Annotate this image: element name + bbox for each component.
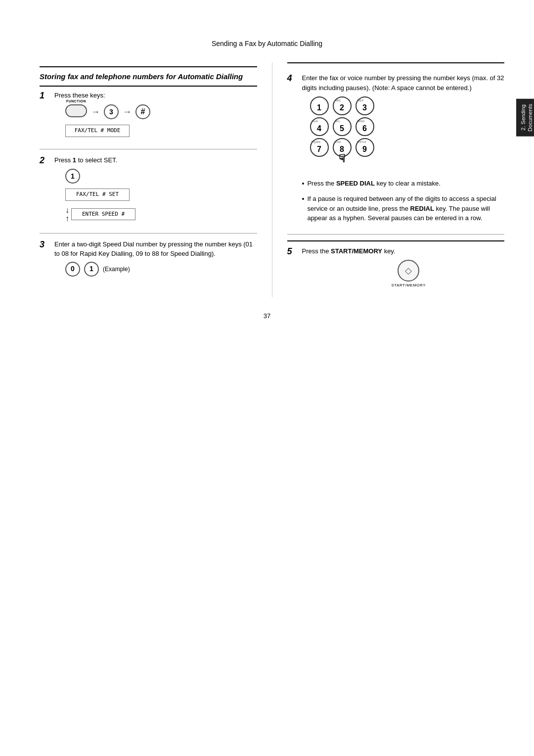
step-2-text-bold: 1	[73, 156, 76, 164]
numpad-key-7: PQRS 7	[310, 138, 329, 157]
lcd-step1: FAX/TEL # MODE	[65, 125, 130, 137]
arrow-2: →	[123, 105, 132, 119]
divider-right	[287, 234, 505, 235]
step-1-content: Press these keys: FUNCTION → 3	[54, 91, 257, 143]
sub-tuv: TUV	[335, 140, 342, 144]
numpad-diagram: 1 ABC 2 DEF 3	[302, 93, 374, 161]
step-3: 3 Enter a two-digit Speed Dial number by…	[40, 239, 257, 277]
step-2-number: 2	[40, 155, 50, 227]
page-number: 37	[0, 312, 534, 320]
bullet-1: Press the SPEED DIAL key to clear a mist…	[302, 179, 505, 189]
step-1-key-row: FUNCTION → 3 → #	[65, 104, 150, 120]
numpad-row-1: 1 ABC 2 DEF 3	[310, 96, 374, 115]
hand-icon: ☟	[339, 150, 345, 167]
step-2-text-post: to select SET.	[76, 156, 117, 164]
step-5-content: Press the START/MEMORY key. START/MEMORY	[302, 246, 505, 293]
numpad-row-3: PQRS 7 TUV 8 ☟ WXYZ	[310, 138, 374, 157]
step-4: 4 Enter the fax or voice number by press…	[287, 73, 505, 228]
bullet-2-text: If a pause is required between any of th…	[307, 194, 504, 223]
step-2-diagram: 1 FAX/TEL # SET ↓ ↑ ENTER SPEED #	[65, 169, 257, 223]
step-5-number: 5	[287, 246, 298, 293]
lcd-step2b: ENTER SPEED #	[71, 208, 135, 221]
numpad-key-2: ABC 2	[333, 96, 352, 115]
step-4-bullets: Press the SPEED DIAL key to clear a mist…	[302, 179, 505, 223]
sub-pqrs: PQRS	[312, 140, 321, 144]
step-4-number: 4	[287, 73, 298, 228]
page-header: Sending a Fax by Automatic Dialling	[0, 30, 534, 47]
start-circle	[398, 260, 419, 282]
key-1-example: 1	[84, 262, 99, 277]
step-1-number: 1	[40, 91, 50, 143]
step-1: 1 Press these keys: FUNCTION →	[40, 91, 257, 143]
numpad-key-1: 1	[310, 96, 329, 115]
numpad-key-5: JKL 5	[333, 117, 352, 136]
step-1-text: Press these keys:	[54, 92, 105, 99]
numpad-key-6: MNO 6	[356, 117, 374, 136]
function-key	[65, 104, 87, 117]
step-2-content: Press 1 to select SET. 1 FAX/TEL # SET ↓…	[54, 155, 257, 227]
step-4-text: Enter the fax or voice number by pressin…	[302, 74, 504, 92]
divider-1	[40, 149, 257, 149]
sub-ghi: GHI	[312, 119, 318, 124]
key-1-step2: 1	[65, 169, 80, 184]
function-btn-wrap: FUNCTION	[65, 104, 87, 120]
start-label: START/MEMORY	[391, 283, 426, 288]
divider-2	[40, 233, 257, 234]
step-4-content: Enter the fax or voice number by pressin…	[302, 73, 505, 228]
step-3-content: Enter a two-digit Speed Dial number by p…	[54, 239, 257, 277]
step-5: 5 Press the START/MEMORY key. START/MEMO…	[287, 246, 505, 293]
sub-mno: MNO	[357, 119, 365, 124]
section-title: Storing fax and telephone numbers for Au…	[40, 71, 257, 82]
right-column: 4 Enter the fax or voice number by press…	[272, 62, 505, 297]
sub-wxyz: WXYZ	[357, 140, 366, 144]
side-tab-line1: 2. Sending	[520, 105, 526, 131]
step-3-number: 3	[40, 239, 50, 277]
bullet-1-text: Press the SPEED DIAL key to clear a mist…	[307, 179, 441, 189]
step-4-top-border	[287, 62, 505, 68]
numpad-key-9: WXYZ 9	[356, 138, 374, 157]
step-2-text-pre: Press	[54, 156, 73, 164]
key-3: 3	[104, 104, 119, 119]
arrow-1: →	[91, 105, 100, 119]
numpad: 1 ABC 2 DEF 3	[310, 96, 374, 157]
down-arrow: ↓	[65, 206, 69, 215]
numpad-key-8: TUV 8 ☟	[333, 138, 352, 157]
numpad-key-4: GHI 4	[310, 117, 329, 136]
function-label: FUNCTION	[66, 99, 86, 104]
example-label: (Example)	[103, 265, 130, 274]
numpad-key-3: DEF 3	[356, 96, 374, 115]
step-3-text: Enter a two-digit Speed Dial number by p…	[54, 240, 253, 258]
lcd-step2a: FAX/TEL # SET	[65, 189, 130, 201]
key-0: 0	[65, 262, 80, 277]
page-container: 2. Sending Documents Sending a Fax by Au…	[0, 0, 534, 756]
sub-abc: ABC	[335, 98, 342, 103]
up-arrow: ↑	[65, 214, 69, 223]
content-area: Storing fax and telephone numbers for Au…	[40, 62, 504, 297]
side-tab-line2: Documents	[527, 104, 533, 132]
sub-jkl: JKL	[335, 119, 341, 124]
step-1-diagram: FUNCTION → 3 → # FAX/TEL # MODE	[65, 104, 257, 139]
start-memory-btn: START/MEMORY	[313, 260, 505, 288]
step-2: 2 Press 1 to select SET. 1 FAX/TEL # SET…	[40, 155, 257, 227]
numpad-row-2: GHI 4 JKL 5 MNO 6	[310, 117, 374, 136]
left-column: Storing fax and telephone numbers for Au…	[40, 62, 272, 297]
side-tab: 2. Sending Documents	[516, 99, 534, 137]
step-5-top-border	[287, 240, 505, 241]
sub-def: DEF	[357, 98, 364, 103]
title-divider	[40, 86, 257, 87]
step-3-example: 0 1 (Example)	[65, 262, 257, 277]
top-divider	[40, 66, 257, 67]
key-hash: #	[135, 104, 150, 119]
bullet-2: If a pause is required between any of th…	[302, 194, 505, 223]
